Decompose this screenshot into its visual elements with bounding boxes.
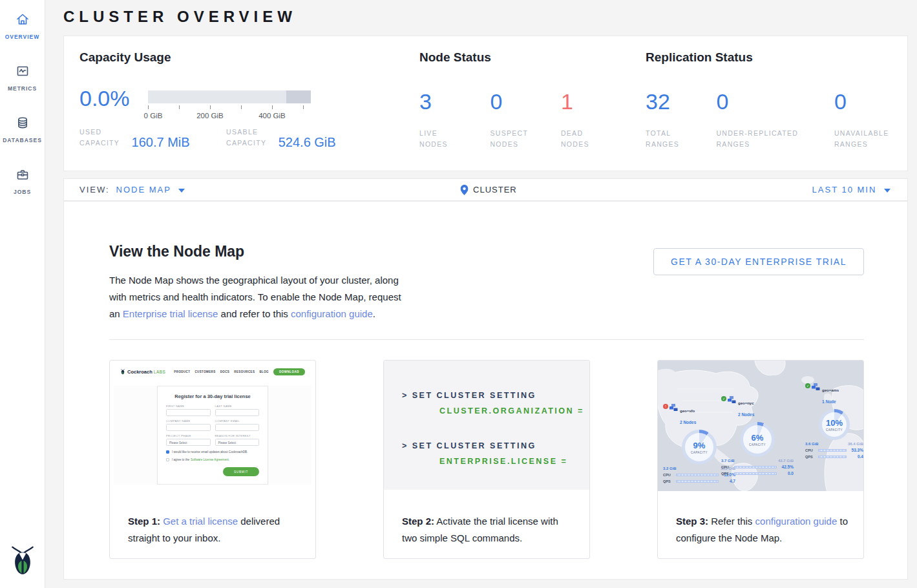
- total-ranges-stat: 32 TOTALRANGES: [646, 89, 713, 150]
- sidebar-item-overview[interactable]: OVERVIEW: [0, 0, 45, 52]
- suspect-nodes-label: SUSPECTNODES: [490, 128, 558, 150]
- capacity-usage-section: Capacity Usage 0.0% 0 GiB 200 GiB 400 Gi…: [79, 50, 403, 160]
- sql-setting: CLUSTER.ORGANIZATION =: [439, 403, 589, 419]
- cockroach-labs-logo: CockroachLABS: [120, 368, 165, 375]
- capacity-donut: 10%CAPACITY: [819, 409, 850, 440]
- nodes-icon: [812, 383, 820, 391]
- capacity-bar-ticks: [148, 105, 311, 110]
- cockroachdb-logo[interactable]: [9, 544, 36, 579]
- dead-nodes-label: DEADNODES: [561, 128, 638, 150]
- briefcase-icon: [14, 167, 31, 185]
- replication-status-section: Replication Status 32 TOTALRANGES 0 UNDE…: [646, 50, 753, 65]
- usable-capacity-label: USABLECAPACITY: [226, 127, 266, 149]
- sidebar-item-jobs[interactable]: JOBS: [0, 155, 45, 207]
- node-up-badge: [721, 396, 726, 401]
- node-map-thumbnail: geo=sfo2 Nodes 9%CAPACITY 3.2 GiB351 GiB…: [658, 361, 863, 491]
- sidebar-item-metrics[interactable]: METRICS: [0, 52, 45, 103]
- step3-card: geo=sfo2 Nodes 9%CAPACITY 3.2 GiB351 GiB…: [657, 360, 864, 559]
- unavailable-ranges-label: UNAVAILABLERANGES: [834, 128, 917, 150]
- view-label: VIEW:: [79, 185, 110, 194]
- under-replicated-ranges-label: UNDER-REPLICATEDRANGES: [716, 128, 831, 150]
- metrics-icon: [14, 63, 31, 81]
- divider: [109, 339, 864, 340]
- node-status-section: Node Status 3 LIVENODES 0 SUSPECTNODES 1…: [419, 50, 491, 65]
- suspect-nodes-value: 0: [490, 89, 558, 116]
- capacity-usage-title: Capacity Usage: [79, 50, 403, 65]
- replication-status-title: Replication Status: [646, 50, 753, 65]
- nodes-icon: [728, 396, 736, 404]
- node-down-badge: [663, 404, 668, 409]
- capacity-donut: 6%CAPACITY: [740, 422, 775, 457]
- used-capacity-value: 160.7 MiB: [132, 135, 190, 150]
- configuration-guide-link[interactable]: configuration guide: [291, 308, 373, 319]
- registration-page-thumbnail: CockroachLABS PRODUCTCUSTOMERSDOCSRESOUR…: [114, 364, 311, 485]
- dead-nodes-value: 1: [561, 89, 638, 116]
- unavailable-ranges-stat: 0 UNAVAILABLERANGES: [834, 89, 917, 150]
- configuration-guide-link[interactable]: configuration guide: [755, 516, 838, 527]
- map-node-nyc: geo=nyc2 Nodes 6%CAPACITY 3.7 GiB43.7 Gi…: [721, 395, 794, 476]
- node-map-panel: View the Node Map The Node Map shows the…: [63, 201, 908, 580]
- get-enterprise-trial-button[interactable]: GET A 30-DAY ENTERPRISE TRIAL: [653, 248, 864, 275]
- checkbox-unchecked: [166, 458, 169, 461]
- sidebar-item-label: METRICS: [8, 85, 37, 92]
- capacity-bar-tick-labels: 0 GiB 200 GiB 400 GiB: [148, 112, 311, 121]
- chevron-down-icon: [178, 185, 185, 194]
- mini-site-nav: PRODUCTCUSTOMERSDOCSRESOURCESBLOG DOWNLO…: [174, 368, 305, 375]
- tick-label: 200 GiB: [196, 112, 224, 120]
- total-ranges-label: TOTALRANGES: [646, 128, 713, 150]
- sidebar-item-label: DATABASES: [3, 137, 42, 143]
- page-title: CLUSTER OVERVIEW: [63, 8, 297, 26]
- section-title: View the Node Map: [109, 243, 413, 260]
- view-dropdown[interactable]: NODE MAP: [116, 185, 185, 194]
- checkbox-checked: [166, 450, 169, 454]
- map-node-ams: geo=ams1 Node 10%CAPACITY 3.6 GiB36.4 Gi…: [805, 383, 863, 459]
- live-nodes-value: 3: [419, 89, 487, 116]
- step2-caption: Step 2: Activate the trial license with …: [402, 513, 574, 547]
- sql-setting: ENTERPRISE.LICENSE =: [439, 454, 589, 469]
- node-map-intro: View the Node Map The Node Map shows the…: [109, 243, 413, 322]
- mini-download-button: DOWNLOAD: [273, 368, 305, 375]
- mini-submit-button: SUBMIT: [223, 467, 259, 476]
- trial-registration-form: Register for a 30-day trial license FIRS…: [157, 386, 268, 485]
- sql-command: > SET CLUSTER SETTING: [402, 438, 589, 454]
- nodes-icon: [669, 404, 678, 412]
- enterprise-trial-license-link[interactable]: Enterprise trial license: [123, 308, 218, 319]
- sidebar-item-databases[interactable]: DATABASES: [0, 103, 45, 155]
- cluster-summary-panel: Capacity Usage 0.0% 0 GiB 200 GiB 400 Gi…: [63, 36, 908, 171]
- capacity-stats: USEDCAPACITY 160.7 MiB USABLECAPACITY 52…: [79, 127, 390, 149]
- step1-caption: Step 1: Get a trial license delivered st…: [128, 513, 300, 547]
- capacity-percent: 0.0%: [79, 86, 130, 111]
- breadcrumb-cluster[interactable]: CLUSTER: [460, 185, 517, 195]
- sidebar: OVERVIEW METRICS DATABASES: [0, 0, 45, 588]
- step3-caption: Step 3: Refer this configuration guide t…: [676, 513, 848, 547]
- usable-capacity-value: 524.6 GiB: [279, 135, 336, 150]
- capacity-bar: 0 GiB 200 GiB 400 GiB: [148, 90, 311, 121]
- time-range-dropdown[interactable]: LAST 10 MIN: [812, 185, 891, 194]
- unavailable-ranges-value: 0: [834, 89, 917, 116]
- under-replicated-ranges-value: 0: [716, 89, 831, 116]
- capacity-bar-segment: [286, 90, 311, 103]
- node-up-badge: [805, 383, 810, 388]
- intro-text: The Node Map shows the geographical layo…: [109, 272, 413, 322]
- tick-label: 0 GiB: [144, 112, 163, 120]
- live-nodes-stat: 3 LIVENODES: [419, 89, 487, 150]
- capacity-bar-track: [148, 90, 311, 103]
- step2-card: > SET CLUSTER SETTING CLUSTER.ORGANIZATI…: [383, 360, 590, 559]
- sql-command: > SET CLUSTER SETTING: [402, 388, 589, 403]
- step1-card: CockroachLABS PRODUCTCUSTOMERSDOCSRESOUR…: [109, 360, 316, 559]
- database-icon: [14, 115, 31, 133]
- capacity-donut: 9%CAPACITY: [682, 430, 717, 465]
- sidebar-item-label: OVERVIEW: [5, 34, 40, 40]
- sql-commands-block: > SET CLUSTER SETTING CLUSTER.ORGANIZATI…: [384, 361, 589, 490]
- live-nodes-label: LIVENODES: [419, 128, 487, 150]
- form-title: Register for a 30-day trial license: [166, 394, 259, 399]
- view-bar: VIEW: NODE MAP CLUSTER LAST 10 MIN: [63, 178, 908, 201]
- under-replicated-ranges-stat: 0 UNDER-REPLICATEDRANGES: [716, 89, 831, 150]
- sidebar-item-label: JOBS: [14, 189, 31, 195]
- map-pin-icon: [460, 185, 468, 195]
- tick-label: 400 GiB: [258, 112, 286, 120]
- used-capacity-label: USEDCAPACITY: [79, 127, 120, 149]
- dead-nodes-stat: 1 DEADNODES: [561, 89, 638, 150]
- node-status-title: Node Status: [419, 50, 491, 65]
- get-trial-license-link[interactable]: Get a trial license: [163, 516, 238, 527]
